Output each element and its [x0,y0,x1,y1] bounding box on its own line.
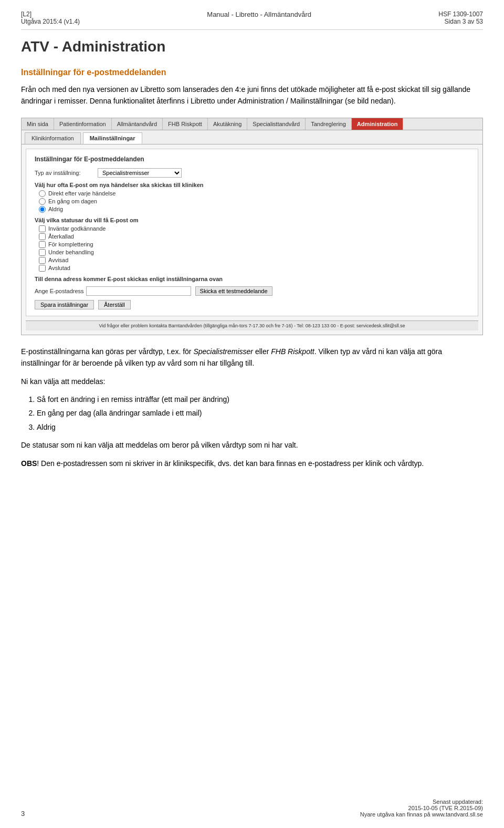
sub-nav-klinik[interactable]: Klinikinformation [25,132,81,144]
status-section-label: Välj vilka statusar du vill få E-post om [35,217,469,223]
footer-right: Senast uppdaterad: 2015-10-05 (TVE R.201… [360,799,483,817]
doc-ref: HSF 1309-1007 [438,11,483,18]
radio-aldrig-input[interactable] [39,206,46,213]
header-title: Manual - Libretto - Allmäntandvård [80,11,438,18]
body-text-1-start: E-postinställningarna kan göras per vård… [21,347,193,356]
checkbox-komplettering-label: För komplettering [48,241,93,247]
form-type-label: Typ av inställning: [35,170,98,176]
nav-item-tandregl[interactable]: Tandreglering [306,118,352,130]
reset-button[interactable]: Återställ [98,300,131,309]
nav-item-patientinfo[interactable]: Patientinformation [54,118,112,130]
email-label: Ange E-postadress [35,288,84,294]
page-header: [L2] Utgåva 2015:4 (v1.4) Manual - Libre… [21,11,483,30]
footer-new-version: Nyare utgåva kan finnas på www.tandvard.… [360,811,483,817]
email-section-label: Till denna adress kommer E-post skickas … [35,276,469,282]
checkbox-inväntar-input[interactable] [39,225,46,232]
obs-content: ! Den e-postadressen som ni skriver in ä… [37,459,424,468]
radio-aldrig: Aldrig [39,206,469,213]
checkbox-återkallad: Återkallad [39,233,469,240]
intro-text: Från och med den nya versionen av Libret… [21,84,483,107]
page-number: 3 [21,810,25,817]
radio-direkt: Direkt efter varje händelse [39,190,469,197]
list-item-2: En gång per dag (alla ändringar samlade … [37,407,483,419]
nav-bar: Min sida Patientinformation Allmäntandvå… [22,118,482,130]
nav-item-fhb[interactable]: FHB Riskpott [163,118,208,130]
frequency-section-label: Välj hur ofta E-post om nya händelser sk… [35,182,469,188]
body-section: E-postinställningarna kan göras per vård… [21,346,483,469]
nav-item-specialist[interactable]: Specialisttandvård [247,118,306,130]
sub-nav-mail[interactable]: Mailinställningar [83,132,142,144]
save-button[interactable]: Spara inställningar [35,300,94,309]
radio-direkt-label: Direkt efter varje händelse [48,190,116,196]
radio-engång: En gång om dagen [39,198,469,205]
checkbox-avslutad-input[interactable] [39,265,46,272]
checkbox-inväntar-label: Inväntar godkännande [48,225,106,232]
doc-code: [L2] [21,11,80,18]
body-text-1-mid: eller [253,347,271,356]
ordered-list: Så fort en ändring i en remiss inträffar… [37,394,483,433]
radio-direkt-input[interactable] [39,190,46,197]
ui-mockup: Min sida Patientinformation Allmäntandvå… [21,118,483,335]
obs-label: OBS [21,459,37,468]
doc-version: Utgåva 2015:4 (v1.4) [21,18,80,25]
checkbox-avvisad: Avvisad [39,257,469,264]
obs-paragraph: OBS! Den e-postadressen som ni skriver i… [21,458,483,469]
checkbox-återkallad-label: Återkallad [48,233,74,240]
checkbox-avslutad-label: Avslutad [48,265,70,271]
send-test-button[interactable]: Skicka ett testmeddelande [195,286,272,296]
form-type-select[interactable]: Specialistremisser [98,168,182,178]
nav-item-akut[interactable]: Akutäkning [208,118,247,130]
checkbox-återkallad-input[interactable] [39,233,46,240]
body-text-italic1: Specialistremisser [193,347,253,356]
nav-item-admin[interactable]: Administration [352,118,404,130]
header-left: [L2] Utgåva 2015:4 (v1.4) [21,11,80,25]
radio-engång-input[interactable] [39,198,46,205]
checkbox-under-behandling-label: Under behandling [48,249,94,255]
checkbox-under-behandling: Under behandling [39,249,469,256]
info-bar: Vid frågor eller problem kontakta Barnta… [26,320,478,330]
checkbox-komplettering-input[interactable] [39,241,46,248]
checkbox-avvisad-input[interactable] [39,257,46,264]
footer-updated-label: Senast uppdaterad: [360,799,483,805]
email-input[interactable] [86,286,191,296]
checkbox-under-behandling-input[interactable] [39,249,46,256]
ui-content-area: Inställningar för E-postmeddelanden Typ … [26,149,478,316]
checkbox-avslutad: Avslutad [39,265,469,272]
ui-content-title: Inställningar för E-postmeddelanden [35,156,469,163]
radio-group-frequency: Direkt efter varje händelse En gång om d… [39,190,469,213]
page-ref: Sidan 3 av 53 [438,18,483,25]
header-right: HSF 1309-1007 Sidan 3 av 53 [438,11,483,25]
body-text-italic2: FHB Riskpott [271,347,314,356]
checkbox-group-status: Inväntar godkännande Återkallad För komp… [39,225,469,272]
body-text-3: De statusar som ni kan välja att meddela… [21,439,483,451]
form-type-row: Typ av inställning: Specialistremisser [35,168,469,178]
page-footer: 3 Senast uppdaterad: 2015-10-05 (TVE R.2… [0,799,504,817]
nav-item-minsida[interactable]: Min sida [22,118,54,130]
footer-updated-date: 2015-10-05 (TVE R.2015-09) [360,805,483,811]
list-item-3: Aldrig [37,421,483,433]
list-item-1: Så fort en ändring i en remiss inträffar… [37,394,483,405]
section-title: Inställningar för e-postmeddelanden [21,68,483,77]
email-row: Ange E-postadress Skicka ett testmeddela… [35,286,469,296]
body-text-1: E-postinställningarna kan göras per vård… [21,346,483,369]
radio-engång-label: En gång om dagen [48,198,97,204]
radio-aldrig-label: Aldrig [48,206,63,212]
sub-nav-bar: Klinikinformation Mailinställningar [22,130,482,144]
checkbox-komplettering: För komplettering [39,241,469,248]
page-title: ATV - Administration [21,38,483,55]
button-row: Spara inställningar Återställ [35,300,469,309]
checkbox-avvisad-label: Avvisad [48,257,68,263]
nav-item-allman[interactable]: Allmäntandvård [112,118,163,130]
checkbox-inväntar: Inväntar godkännande [39,225,469,232]
body-text-2: Ni kan välja att meddelas: [21,376,483,387]
